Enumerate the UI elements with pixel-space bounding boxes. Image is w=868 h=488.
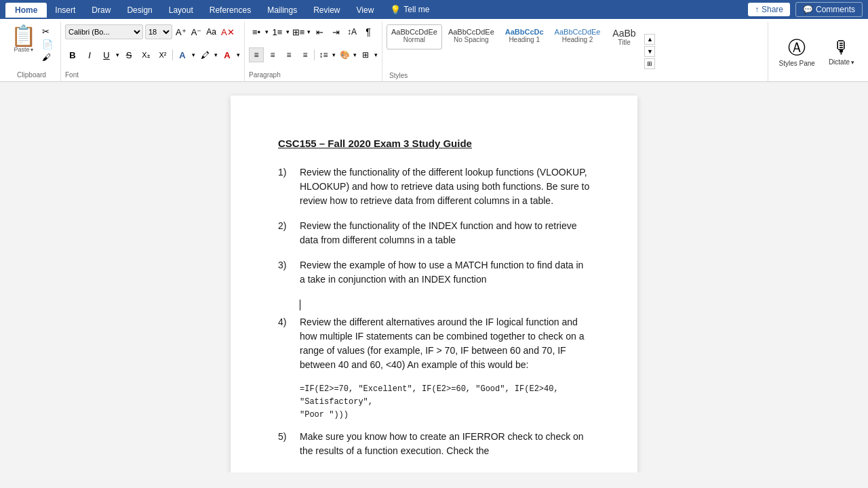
tab-design[interactable]: Design [119,3,160,18]
numbering-button[interactable]: 1≡ [270,24,285,39]
paste-icon: 📋 [11,26,36,46]
multilevel-dropdown[interactable]: ▾ [307,28,311,35]
line-spacing-dropdown[interactable]: ▾ [332,52,336,58]
subscript-button[interactable]: X₂ [138,47,153,62]
underline-button[interactable]: U [99,47,114,62]
clear-format-button[interactable]: A✕ [220,27,236,37]
bullets-dropdown[interactable]: ▾ [265,28,269,35]
styles-scroll-up[interactable]: ▲ [644,34,655,45]
paragraph-section-label: Paragraph [249,71,378,79]
style-title-preview: AaBb [611,28,637,39]
list-number: 4) [278,315,294,372]
cut-button[interactable]: ✂ [40,26,55,37]
font-size-select[interactable]: 18 [145,24,172,39]
tab-home[interactable]: Home [5,3,47,18]
style-title-label: Title [611,39,637,46]
shading-button[interactable]: 🎨 [337,47,352,62]
tab-mailings[interactable]: Mailings [259,3,305,18]
tab-review[interactable]: Review [305,3,348,18]
style-no-spacing[interactable]: AaBbCcDdEe No Spacing [443,24,499,49]
share-button[interactable]: ↑ Share [748,3,790,16]
highlight-dropdown[interactable]: ▾ [214,52,218,58]
font-color-dropdown[interactable]: ▾ [237,52,240,58]
styles-scroll-down[interactable]: ▼ [644,46,655,57]
align-right-button[interactable]: ≡ [281,47,296,62]
document-title: CSC155 – Fall 2020 Exam 3 Study Guide [278,136,590,152]
font-color-button[interactable]: A [220,47,235,62]
styles-more[interactable]: ⊞ [644,58,655,69]
code-line-2: "Poor "))) [300,409,590,422]
tab-insert[interactable]: Insert [47,3,83,18]
highlight-button[interactable]: 🖍 [197,47,212,62]
underline-dropdown[interactable]: ▾ [116,52,119,58]
styles-pane-button[interactable]: Ⓐ Styles Pane [774,33,821,70]
styles-pane-icon: Ⓐ [788,36,806,60]
superscript-button[interactable]: X² [155,47,170,62]
increase-indent-button[interactable]: ⇥ [328,24,343,39]
page[interactable]: CSC155 – Fall 2020 Exam 3 Study Guide 1)… [231,96,637,472]
text-effect-button[interactable]: A [175,47,190,62]
dictate-label: Dictate ▾ [829,58,854,66]
styles-pane-label: Styles Pane [779,60,815,68]
font-name-select[interactable]: Calibri (Bo... [65,24,143,39]
list-number: 1) [278,165,294,208]
comments-button[interactable]: 💬 Comments [795,2,863,17]
tab-references[interactable]: References [201,3,259,18]
style-normal[interactable]: AaBbCcDdEe Normal [387,24,442,49]
tab-layout[interactable]: Layout [161,3,201,18]
bullets-button[interactable]: ≡• [249,24,264,39]
styles-gallery: AaBbCcDdEe Normal AaBbCcDdEe No Spacing … [382,22,768,81]
dictate-dropdown-icon[interactable]: ▾ [851,59,854,66]
align-left-button[interactable]: ≡ [249,47,264,62]
text-effect-dropdown[interactable]: ▾ [192,52,195,58]
list-text: Make sure you know how to create an IFER… [300,430,590,458]
list-item: 2) Review the functionality of the INDEX… [278,219,590,247]
lightbulb-icon: 💡 [390,5,401,15]
copy-button[interactable]: 📄 [40,39,55,50]
increase-font-button[interactable]: A⁺ [174,27,188,37]
style-heading1[interactable]: AaBbCcDc Heading 1 [500,24,549,49]
decrease-font-button[interactable]: A⁻ [190,27,203,37]
strikethrough-button[interactable]: S [121,47,136,62]
line-spacing-button[interactable]: ↕≡ [316,47,331,62]
style-title[interactable]: AaBb Title [606,24,642,49]
show-marks-button[interactable]: ¶ [361,24,376,39]
paste-button[interactable]: 📋 Paste ▾ [8,24,39,54]
list-item: 1) Review the functionality of the diffe… [278,165,590,208]
multilevel-button[interactable]: ⊞≡ [291,24,306,39]
right-section: Ⓐ Styles Pane 🎙 Dictate ▾ [768,22,866,81]
italic-button[interactable]: I [82,47,97,62]
font-section: Calibri (Bo... 18 A⁺ A⁻ Aa A✕ B I U ▾ S … [61,22,245,81]
text-cursor [300,300,300,310]
shading-dropdown[interactable]: ▾ [353,52,357,58]
cursor-line[interactable] [278,298,590,310]
justify-button[interactable]: ≡ [298,47,313,62]
tab-tell-me[interactable]: 💡 Tell me [382,2,437,18]
dictate-button[interactable]: 🎙 Dictate ▾ [823,35,860,68]
style-no-spacing-preview: AaBbCcDdEe [448,28,494,36]
format-painter-button[interactable]: 🖌 [40,52,55,63]
list-item: 3) Review the example of how to use a MA… [278,258,590,287]
code-block: =IF(E2>=70, "Excellent", IF(E2>=60, "Goo… [300,383,590,422]
change-case-button[interactable]: Aa [205,27,218,37]
list-item: 4) Review the different alternatives aro… [278,315,590,372]
sort-button[interactable]: ↕A [344,24,359,39]
tab-draw[interactable]: Draw [83,3,119,18]
decrease-indent-button[interactable]: ⇤ [312,24,327,39]
clipboard-section: 📋 Paste ▾ ✂ 📄 🖌 Clipboard [3,22,61,81]
share-icon: ↑ [755,5,759,14]
bold-button[interactable]: B [65,47,80,62]
list-number: 5) [278,430,294,458]
document-area: CSC155 – Fall 2020 Exam 3 Study Guide 1)… [0,82,868,472]
style-heading2-preview: AaBbCcDdEe [555,28,601,36]
list-number: 3) [278,258,294,287]
style-heading2[interactable]: AaBbCcDdEe Heading 2 [550,24,606,49]
style-normal-label: Normal [391,36,437,43]
style-heading2-label: Heading 2 [555,36,601,43]
paragraph-section: ≡• ▾ 1≡ ▾ ⊞≡ ▾ ⇤ ⇥ ↕A ¶ ≡ ≡ ≡ ≡ ↕≡ ▾ 🎨 ▾… [245,22,382,81]
tab-view[interactable]: View [349,3,382,18]
numbering-dropdown[interactable]: ▾ [286,28,290,35]
borders-button[interactable]: ⊞ [358,47,373,62]
borders-dropdown[interactable]: ▾ [374,52,378,58]
align-center-button[interactable]: ≡ [265,47,280,62]
